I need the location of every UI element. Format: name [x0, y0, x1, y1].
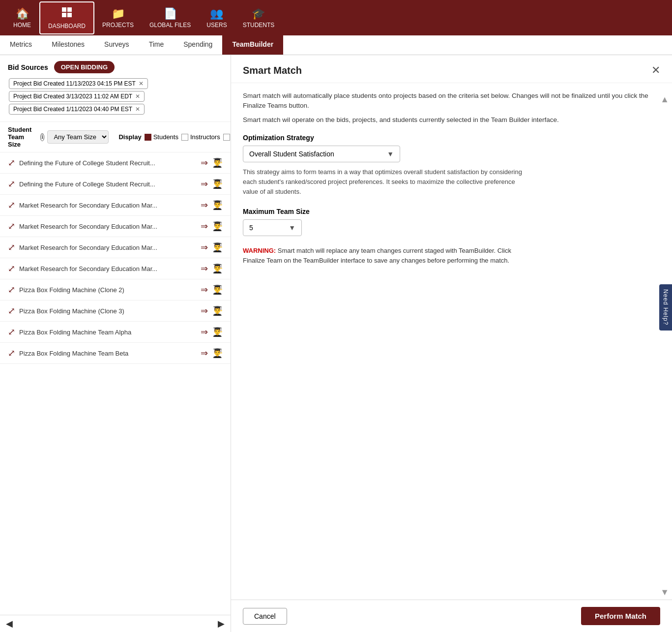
warning-box: WARNING: Smart match will replace any te…	[243, 246, 528, 266]
nav-global-files[interactable]: 📄 GLOBAL FILES	[142, 3, 199, 32]
add-student-icon[interactable]: 👨‍🎓	[212, 200, 223, 211]
svg-rect-0	[62, 7, 66, 12]
navigate-icon[interactable]: ⇒	[201, 200, 208, 211]
project-actions: ⇒ 👨‍🎓	[201, 242, 223, 253]
navigate-icon[interactable]: ⇒	[201, 179, 208, 189]
project-icon: ⤢	[8, 200, 15, 211]
nav-users[interactable]: 👥 USERS	[199, 3, 234, 32]
project-icon: ⤢	[8, 221, 15, 232]
team-size-select[interactable]: Any Team Size 23456	[47, 130, 109, 144]
navigate-icon[interactable]: ⇒	[201, 221, 208, 232]
perform-match-button[interactable]: Perform Match	[581, 607, 660, 625]
project-actions: ⇒ 👨‍🎓	[201, 221, 223, 232]
smart-match-dialog: ▲ Smart Match ✕ Smart match will automat…	[231, 55, 672, 632]
sub-navigation: Metrics Milestones Surveys Time Spending…	[0, 35, 672, 55]
nav-dashboard[interactable]: DASHBOARD	[39, 1, 94, 34]
svg-rect-1	[67, 7, 72, 12]
ment-checkbox-icon	[223, 134, 230, 141]
add-student-icon[interactable]: 👨‍🎓	[212, 348, 223, 359]
scroll-up-indicator: ▲	[660, 94, 669, 105]
checkbox-ment[interactable]: Ment	[223, 133, 231, 141]
table-row[interactable]: ⤢ Market Research for Secondary Educatio…	[0, 195, 231, 216]
project-name: Market Research for Secondary Education …	[19, 244, 201, 251]
team-display-section: Student Team Size ℹ Any Team Size 23456 …	[0, 122, 231, 152]
dialog-desc-2: Smart match wil operate on the bids, pro…	[243, 115, 660, 125]
team-size-label: Student Team Size	[8, 126, 35, 148]
project-actions: ⇒ 👨‍🎓	[201, 284, 223, 295]
project-icon: ⤢	[8, 263, 15, 274]
strategy-description: This strategy aims to form teams in a wa…	[243, 167, 528, 197]
projects-icon: 📁	[112, 7, 125, 20]
add-student-icon[interactable]: 👨‍🎓	[212, 284, 223, 295]
add-student-icon[interactable]: 👨‍🎓	[212, 157, 223, 168]
project-actions: ⇒ 👨‍🎓	[201, 263, 223, 274]
navigate-icon[interactable]: ⇒	[201, 242, 208, 253]
table-row[interactable]: ⤢ Pizza Box Folding Machine (Clone 3) ⇒ …	[0, 301, 231, 322]
project-icon: ⤢	[8, 157, 15, 168]
optimization-strategy-label: Optimization Strategy	[243, 134, 660, 142]
tab-teambuilder[interactable]: TeamBuilder	[222, 35, 283, 55]
project-actions: ⇒ 👨‍🎓	[201, 200, 223, 211]
table-row[interactable]: ⤢ Market Research for Secondary Educatio…	[0, 237, 231, 258]
svg-rect-2	[62, 13, 66, 17]
dialog-close-button[interactable]: ✕	[651, 64, 660, 77]
project-name: Market Research for Secondary Education …	[19, 265, 201, 272]
bid-tag-2: Project Bid Created 3/13/2023 11:02 AM E…	[9, 91, 145, 102]
max-team-size-dropdown[interactable]: 5 ▼	[243, 219, 302, 236]
nav-next-button[interactable]: ▶	[218, 618, 225, 629]
cancel-button[interactable]: Cancel	[243, 608, 287, 625]
navigate-icon[interactable]: ⇒	[201, 305, 208, 316]
navigate-icon[interactable]: ⇒	[201, 284, 208, 295]
add-student-icon[interactable]: 👨‍🎓	[212, 179, 223, 189]
project-icon: ⤢	[8, 242, 15, 253]
need-help-tab[interactable]: Need Help?	[659, 284, 672, 330]
project-actions: ⇒ 👨‍🎓	[201, 157, 223, 168]
tab-metrics[interactable]: Metrics	[0, 35, 42, 55]
navigate-icon[interactable]: ⇒	[201, 263, 208, 274]
svg-rect-3	[67, 13, 72, 17]
nav-home[interactable]: 🏠 HOME	[5, 3, 39, 32]
add-student-icon[interactable]: 👨‍🎓	[212, 221, 223, 232]
add-student-icon[interactable]: 👨‍🎓	[212, 242, 223, 253]
checkbox-instructors[interactable]: Instructors	[181, 133, 220, 141]
tab-spending[interactable]: Spending	[174, 35, 222, 55]
table-row[interactable]: ⤢ Pizza Box Folding Machine Team Alpha ⇒…	[0, 322, 231, 343]
chevron-down-icon-2: ▼	[289, 224, 295, 232]
project-icon: ⤢	[8, 305, 15, 316]
top-navigation: 🏠 HOME DASHBOARD 📁 PROJECTS 📄 GLOBAL FIL…	[0, 0, 672, 35]
project-icon: ⤢	[8, 284, 15, 295]
tab-surveys[interactable]: Surveys	[94, 35, 139, 55]
project-actions: ⇒ 👨‍🎓	[201, 348, 223, 359]
project-name: Defining the Future of College Student R…	[19, 159, 201, 167]
team-size-info-icon[interactable]: ℹ	[40, 133, 45, 141]
users-icon: 👥	[210, 7, 223, 20]
add-student-icon[interactable]: 👨‍🎓	[212, 327, 223, 337]
nav-projects[interactable]: 📁 PROJECTS	[94, 3, 142, 32]
add-student-icon[interactable]: 👨‍🎓	[212, 305, 223, 316]
table-row[interactable]: ⤢ Defining the Future of College Student…	[0, 174, 231, 195]
tab-milestones[interactable]: Milestones	[42, 35, 94, 55]
bid-tag-2-close[interactable]: ✕	[135, 93, 140, 100]
project-name: Defining the Future of College Student R…	[19, 181, 201, 188]
navigate-icon[interactable]: ⇒	[201, 348, 208, 359]
nav-students[interactable]: 🎓 STUDENTS	[235, 3, 283, 32]
project-name: Market Research for Secondary Education …	[19, 223, 201, 230]
navigate-icon[interactable]: ⇒	[201, 157, 208, 168]
checkbox-students[interactable]: Students	[145, 133, 178, 141]
tab-time[interactable]: Time	[139, 35, 174, 55]
navigate-icon[interactable]: ⇒	[201, 327, 208, 337]
table-row[interactable]: ⤢ Market Research for Secondary Educatio…	[0, 216, 231, 237]
table-row[interactable]: ⤢ Market Research for Secondary Educatio…	[0, 258, 231, 279]
project-actions: ⇒ 👨‍🎓	[201, 305, 223, 316]
bid-tag-1-close[interactable]: ✕	[139, 80, 144, 87]
nav-prev-button[interactable]: ◀	[6, 618, 13, 629]
table-row[interactable]: ⤢ Pizza Box Folding Machine (Clone 2) ⇒ …	[0, 279, 231, 301]
bid-tag-3-close[interactable]: ✕	[135, 106, 140, 113]
strategy-dropdown[interactable]: Overall Student Satisfaction ▼	[243, 146, 400, 162]
table-row[interactable]: ⤢ Pizza Box Folding Machine Team Beta ⇒ …	[0, 343, 231, 364]
table-row[interactable]: ⤢ Defining the Future of College Student…	[0, 152, 231, 174]
open-bidding-button[interactable]: OPEN BIDDING	[54, 61, 115, 73]
main-content: Bid Sources OPEN BIDDING Project Bid Cre…	[0, 55, 672, 632]
add-student-icon[interactable]: 👨‍🎓	[212, 263, 223, 274]
bid-sources-label: Bid Sources	[8, 63, 48, 71]
